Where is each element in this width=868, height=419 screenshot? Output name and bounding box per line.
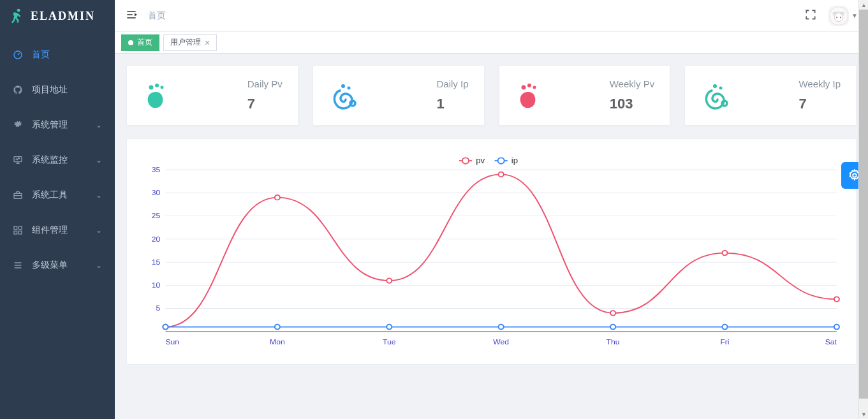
tab-home[interactable]: 首页 xyxy=(121,34,159,51)
dashboard-icon xyxy=(13,50,23,60)
sidebar-item-components[interactable]: 组件管理 ⌄ xyxy=(0,212,115,247)
tab-label: 首页 xyxy=(137,37,152,48)
scroll-up-icon[interactable]: ▲ xyxy=(859,0,868,10)
sidebar-item-label: 系统工具 xyxy=(32,189,68,201)
sidebar-item-home[interactable]: 首页 xyxy=(0,37,115,72)
card-value: 7 xyxy=(798,96,841,112)
header: 首页 ▼ xyxy=(115,0,868,32)
svg-point-49 xyxy=(462,158,469,163)
svg-text:Mon: Mon xyxy=(270,338,285,346)
card-daily-pv[interactable]: Daily Pv 7 xyxy=(126,65,298,126)
active-dot-icon xyxy=(128,40,133,45)
svg-rect-7 xyxy=(18,231,22,234)
sidebar-item-system[interactable]: 系统管理 ⌄ xyxy=(0,107,115,142)
svg-text:5: 5 xyxy=(156,304,161,312)
toolbox-icon xyxy=(13,190,23,200)
svg-point-11 xyxy=(840,17,841,18)
svg-point-66 xyxy=(722,325,727,330)
caret-down-icon: ▼ xyxy=(851,12,858,19)
sidebar-item-label: 项目地址 xyxy=(32,84,68,96)
chevron-down-icon: ⌄ xyxy=(96,191,102,200)
svg-point-64 xyxy=(499,325,504,330)
sidebar: ELADMIN 首页 项目地址 系统管理 ⌄ 系统监控 ⌄ xyxy=(0,0,115,419)
svg-text:20: 20 xyxy=(152,235,161,243)
logo-icon xyxy=(9,8,26,24)
svg-text:Fri: Fri xyxy=(720,338,729,346)
svg-point-68 xyxy=(853,173,857,177)
card-weekly-ip[interactable]: Weekly Ip 7 xyxy=(684,65,857,126)
svg-point-21 xyxy=(527,84,531,87)
sidebar-item-label: 首页 xyxy=(32,49,50,61)
svg-text:30: 30 xyxy=(152,189,161,197)
sidebar-item-label: 系统监控 xyxy=(32,154,68,166)
svg-point-16 xyxy=(161,85,164,89)
content: Daily Pv 7 Daily Ip 1 xyxy=(115,54,868,419)
hamburger-icon[interactable] xyxy=(125,8,138,23)
svg-text:Sun: Sun xyxy=(165,338,179,346)
svg-point-58 xyxy=(610,311,615,316)
svg-point-24 xyxy=(719,86,723,89)
chevron-down-icon: ⌄ xyxy=(96,261,102,270)
brand-name: ELADMIN xyxy=(31,10,95,23)
svg-point-0 xyxy=(17,9,20,12)
svg-point-67 xyxy=(834,325,839,330)
footprint-icon xyxy=(142,80,173,111)
svg-point-63 xyxy=(386,325,392,330)
svg-point-61 xyxy=(163,325,168,330)
tab-user-manage[interactable]: 用户管理 × xyxy=(163,34,217,51)
svg-point-15 xyxy=(155,84,159,87)
scrollbar[interactable]: ▲ ▼ xyxy=(858,0,868,419)
svg-point-20 xyxy=(521,85,526,89)
svg-point-65 xyxy=(610,325,615,330)
svg-point-14 xyxy=(149,85,154,89)
svg-point-10 xyxy=(836,17,837,18)
svg-point-56 xyxy=(386,278,392,283)
svg-text:Tue: Tue xyxy=(383,338,395,346)
svg-point-52 xyxy=(498,158,504,163)
avatar-dropdown[interactable]: ▼ xyxy=(828,6,858,26)
footprint-icon xyxy=(515,80,545,111)
component-icon xyxy=(13,225,23,235)
swirl-foot-icon xyxy=(328,80,359,111)
sidebar-item-label: 多级菜单 xyxy=(32,260,68,271)
svg-rect-5 xyxy=(18,226,22,230)
svg-text:10: 10 xyxy=(152,281,161,290)
sidebar-item-multilevel[interactable]: 多级菜单 ⌄ xyxy=(0,247,115,283)
card-weekly-pv[interactable]: Weekly Pv 103 xyxy=(499,65,671,126)
main: 首页 ▼ 首页 用户管理 × xyxy=(115,0,868,419)
sidebar-item-monitor[interactable]: 系统监控 ⌄ xyxy=(0,142,115,177)
tab-bar: 首页 用户管理 × xyxy=(115,32,868,54)
gear-icon xyxy=(13,120,23,130)
svg-point-17 xyxy=(341,84,345,88)
card-title: Weekly Pv xyxy=(610,78,655,89)
sidebar-menu: 首页 项目地址 系统管理 ⌄ 系统监控 ⌄ 系统工具 ⌄ xyxy=(0,37,115,283)
svg-point-60 xyxy=(834,297,839,302)
scrollbar-thumb[interactable] xyxy=(859,10,868,399)
sidebar-item-project[interactable]: 项目地址 xyxy=(0,72,115,107)
chevron-down-icon: ⌄ xyxy=(96,226,102,235)
svg-text:35: 35 xyxy=(152,165,161,173)
scroll-down-icon[interactable]: ▼ xyxy=(859,409,868,419)
avatar xyxy=(828,6,849,26)
svg-point-23 xyxy=(713,84,717,88)
close-icon[interactable]: × xyxy=(205,38,210,47)
svg-text:15: 15 xyxy=(152,258,161,266)
list-icon xyxy=(13,260,23,270)
fullscreen-icon[interactable] xyxy=(804,8,817,23)
sidebar-item-tools[interactable]: 系统工具 ⌄ xyxy=(0,177,115,212)
card-value: 103 xyxy=(610,96,655,112)
svg-text:ip: ip xyxy=(511,156,518,165)
monitor-icon xyxy=(13,155,23,165)
svg-text:Wed: Wed xyxy=(493,338,509,346)
svg-text:Sat: Sat xyxy=(825,338,837,346)
svg-point-22 xyxy=(533,85,536,89)
card-daily-ip[interactable]: Daily Ip 1 xyxy=(313,65,485,126)
svg-text:25: 25 xyxy=(152,212,161,220)
tab-label: 用户管理 xyxy=(170,37,201,48)
logo[interactable]: ELADMIN xyxy=(0,0,115,32)
svg-rect-4 xyxy=(14,226,17,230)
github-icon xyxy=(13,85,23,95)
sidebar-item-label: 系统管理 xyxy=(32,119,68,131)
line-chart: 5101520253035SunMonTueWedThuFriSatpvip xyxy=(140,152,843,349)
svg-point-55 xyxy=(275,195,280,200)
